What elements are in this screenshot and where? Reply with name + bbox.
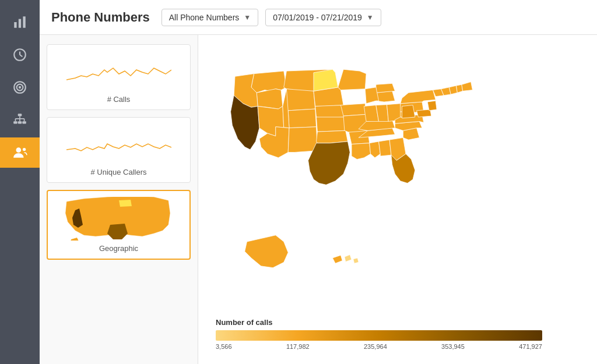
- calls-card[interactable]: # Calls: [47, 44, 191, 110]
- org-chart-icon: [12, 112, 27, 128]
- svg-rect-10: [13, 121, 17, 123]
- legend-title: Number of calls: [216, 318, 597, 327]
- calls-card-label: # Calls: [53, 95, 184, 104]
- svg-rect-0: [14, 22, 16, 28]
- unique-callers-label: # Unique Callers: [53, 168, 184, 176]
- geographic-card[interactable]: Geographic: [47, 190, 191, 260]
- legend-q3: 353,945: [441, 343, 465, 350]
- date-filter-arrow-icon: ▼: [367, 13, 374, 22]
- usa-map-svg: [216, 63, 597, 296]
- svg-rect-9: [18, 114, 22, 116]
- geographic-label: Geographic: [54, 244, 184, 253]
- phone-filter-label: All Phone Numbers: [169, 13, 240, 22]
- left-panel: # Calls # Unique Callers: [40, 35, 198, 364]
- legend-labels: 3,566 117,982 235,964 353,945 471,927: [216, 343, 542, 350]
- unique-callers-card[interactable]: # Unique Callers: [47, 117, 191, 183]
- svg-point-8: [19, 86, 21, 89]
- target-icon: [12, 80, 27, 95]
- legend: Number of calls 3,566 117,982 235,964 35…: [216, 312, 597, 352]
- content-area: # Calls # Unique Callers: [40, 35, 597, 364]
- svg-point-19: [23, 148, 26, 151]
- legend-q2: 235,964: [364, 343, 387, 350]
- svg-rect-1: [19, 19, 21, 28]
- date-filter-dropdown[interactable]: 07/01/2019 - 07/21/2019 ▼: [265, 9, 381, 26]
- main-content: Phone Numbers All Phone Numbers ▼ 07/01/…: [40, 0, 597, 364]
- legend-min: 3,566: [216, 343, 232, 350]
- phone-filter-dropdown[interactable]: All Phone Numbers ▼: [161, 9, 259, 26]
- map-area: Number of calls 3,566 117,982 235,964 35…: [198, 35, 597, 364]
- legend-gradient-bar: [216, 330, 542, 341]
- svg-rect-12: [22, 121, 26, 123]
- sidebar-item-hierarchy[interactable]: [0, 105, 40, 135]
- clock-icon: [12, 47, 27, 62]
- sidebar-item-analytics[interactable]: [0, 7, 40, 37]
- caller-icon: [12, 145, 27, 160]
- page-title: Phone Numbers: [51, 10, 150, 25]
- unique-callers-chart: [53, 123, 184, 164]
- calls-chart: [53, 51, 184, 91]
- main-map-container: [216, 47, 597, 312]
- sidebar-item-alerts[interactable]: [0, 40, 40, 70]
- svg-point-18: [16, 147, 22, 153]
- mini-map-svg: [61, 197, 177, 241]
- mini-map: [54, 197, 184, 241]
- bar-chart-icon: [12, 15, 27, 30]
- legend-q1: 117,982: [286, 343, 310, 350]
- legend-max: 471,927: [519, 343, 542, 350]
- header: Phone Numbers All Phone Numbers ▼ 07/01/…: [40, 0, 597, 35]
- phone-filter-arrow-icon: ▼: [244, 13, 251, 22]
- svg-rect-11: [18, 121, 22, 123]
- sidebar-item-callers[interactable]: [0, 137, 40, 168]
- date-filter-label: 07/01/2019 - 07/21/2019: [273, 13, 362, 22]
- sidebar: [0, 0, 40, 364]
- svg-line-5: [20, 55, 22, 56]
- sidebar-item-goals[interactable]: [0, 72, 40, 103]
- calls-sparkline: [66, 54, 171, 89]
- svg-rect-2: [23, 16, 25, 28]
- unique-callers-sparkline: [66, 126, 171, 161]
